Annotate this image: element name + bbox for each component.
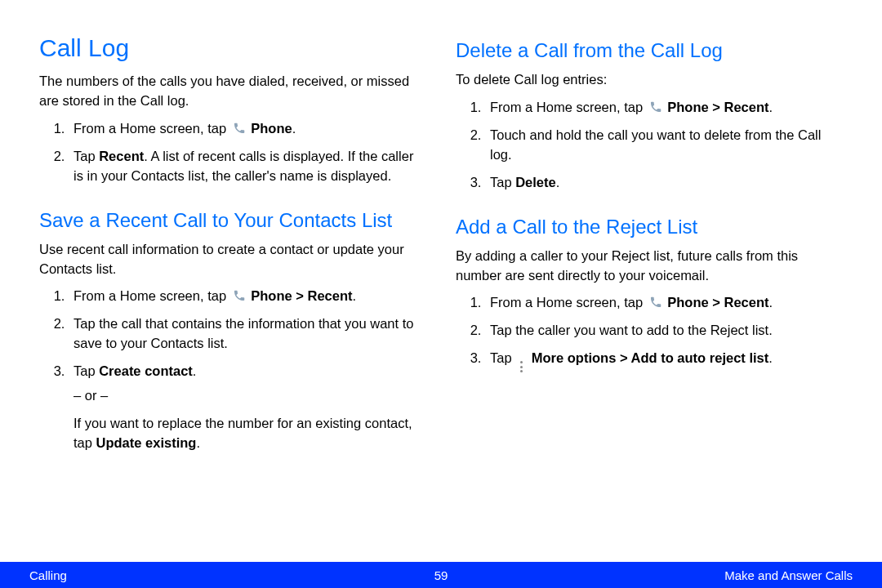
step-3: Tap Create contact. – or – If you want t… [69, 362, 426, 453]
heading-delete-call: Delete a Call from the Call Log [456, 39, 843, 62]
text: . [292, 121, 296, 136]
text: From a Home screen, tap [74, 121, 230, 136]
content-area: Call Log The numbers of the calls you ha… [0, 0, 882, 461]
more-options-icon [517, 361, 525, 372]
text: From a Home screen, tap [490, 100, 647, 114]
step-1: From a Home screen, tap Phone > Recent. [69, 287, 426, 306]
step-2: Tap the call that contains the informati… [69, 314, 426, 354]
save-steps: From a Home screen, tap Phone > Recent. … [39, 287, 426, 452]
step-1: From a Home screen, tap Phone > Recent. [485, 98, 843, 118]
save-intro: Use recent call information to create a … [39, 240, 426, 279]
phone-icon [649, 100, 662, 113]
or-divider: – or – [74, 386, 426, 406]
bold-delete: Delete [515, 175, 556, 189]
text: . [556, 175, 560, 189]
bold-phone: Phone [251, 121, 292, 136]
bold-phone-recent: Phone > Recent [667, 100, 768, 114]
heading-call-log: Call Log [39, 34, 426, 62]
call-log-intro: The numbers of the calls you have dialed… [39, 72, 426, 111]
right-column: Delete a Call from the Call Log To delet… [456, 34, 843, 461]
step-2: Touch and hold the call you want to dele… [485, 126, 843, 165]
page-footer: Calling 59 Make and Answer Calls [0, 562, 882, 588]
bold-recent: Recent [99, 149, 144, 163]
step-2: Tap Recent. A list of recent calls is di… [69, 147, 426, 186]
footer-section-left: Calling [29, 568, 67, 582]
bold-create-contact: Create contact [99, 363, 193, 378]
text: Tap [490, 350, 515, 365]
bold-phone-recent: Phone > Recent [251, 288, 352, 303]
text: From a Home screen, tap [74, 288, 230, 303]
text: . [769, 100, 773, 114]
bold-phone-recent: Phone > Recent [667, 295, 768, 310]
text: . [769, 295, 773, 310]
text: Tap [74, 149, 99, 163]
left-column: Call Log The numbers of the calls you ha… [39, 34, 426, 461]
phone-icon [649, 295, 662, 308]
text: Tap [74, 363, 99, 378]
delete-steps: From a Home screen, tap Phone > Recent. … [456, 98, 843, 193]
step-3: Tap Delete. [485, 173, 843, 193]
step-2: Tap the caller you want to add to the Re… [485, 321, 843, 341]
reject-intro: By adding a caller to your Reject list, … [456, 247, 843, 286]
phone-icon [233, 288, 246, 301]
step-1: From a Home screen, tap Phone > Recent. [485, 293, 843, 313]
text: . [353, 288, 357, 303]
bold-update-existing: Update existing [96, 435, 197, 450]
text: . [768, 350, 773, 365]
text: . [196, 435, 200, 450]
heading-add-reject: Add a Call to the Reject List [456, 216, 843, 238]
step-1: From a Home screen, tap Phone. [69, 119, 426, 139]
alt-instruction: If you want to replace the number for an… [74, 414, 426, 453]
text: From a Home screen, tap [490, 295, 647, 310]
call-log-steps: From a Home screen, tap Phone. Tap Recen… [39, 119, 426, 186]
heading-save-recent: Save a Recent Call to Your Contacts List [39, 209, 426, 232]
manual-page: Call Log The numbers of the calls you ha… [0, 0, 882, 588]
text: . [193, 363, 197, 378]
text: Tap [490, 175, 515, 189]
phone-icon [233, 121, 246, 134]
footer-section-right: Make and Answer Calls [724, 568, 853, 582]
delete-intro: To delete Call log entries: [456, 70, 843, 90]
reject-steps: From a Home screen, tap Phone > Recent. … [456, 293, 843, 372]
step-3: Tap More options > Add to auto reject li… [485, 349, 843, 372]
bold-more-options: More options > Add to auto reject list [532, 350, 768, 365]
